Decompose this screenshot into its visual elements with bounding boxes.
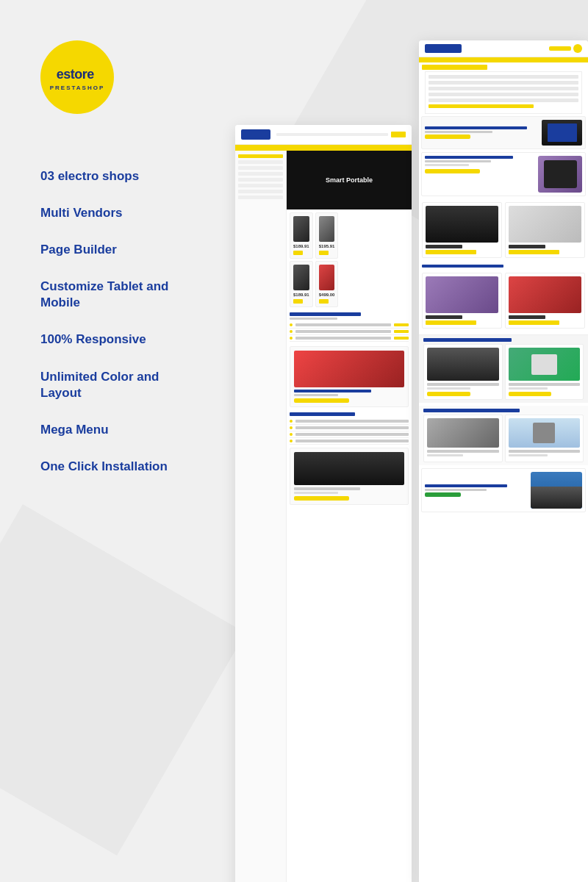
banner-text: Smart Portable xyxy=(326,176,373,185)
big-product-img-1 xyxy=(426,206,498,243)
nav-item-vendors[interactable]: Multi Vendors xyxy=(40,195,198,232)
product-price-3: $189.91 xyxy=(293,293,309,297)
cat-item-2 xyxy=(238,160,283,164)
product-btn-1 xyxy=(293,251,303,255)
big-product-2 xyxy=(505,202,585,258)
list-item-2 xyxy=(290,329,409,335)
sub-text-1 xyxy=(295,420,409,423)
sub-dot-3 xyxy=(290,433,293,436)
tablet-img xyxy=(538,156,582,193)
big-product-3 xyxy=(422,273,502,329)
top-computers-section xyxy=(419,334,588,403)
sub-text-2 xyxy=(295,426,409,429)
big-product-row-2 xyxy=(419,270,588,331)
cat-item-6 xyxy=(238,184,283,187)
sub-text-3 xyxy=(295,433,409,436)
product-img-1 xyxy=(293,216,309,242)
nav-item-builder[interactable]: Page Builder xyxy=(40,232,198,268)
product-3: $189.91 xyxy=(290,261,313,307)
product-price-2: $195.91 xyxy=(319,244,335,248)
sidebar: estore. PRESTASHOP 03 electro shops Mult… xyxy=(0,0,228,882)
price-4 xyxy=(509,315,545,319)
shop-header-right xyxy=(419,40,588,57)
tv-feature xyxy=(421,116,586,149)
big-product-row-1 xyxy=(419,199,588,261)
nav-item-responsive[interactable]: 100% Responsive xyxy=(40,321,198,358)
product-2: $195.91 xyxy=(315,212,339,259)
dropdown-cta xyxy=(429,104,534,108)
product-4: $499.00 xyxy=(315,261,339,307)
tv-info xyxy=(425,126,538,139)
shop-header-left xyxy=(235,125,412,145)
category-sidebar xyxy=(235,151,287,882)
nav-item-color[interactable]: Unlimited Color and Layout xyxy=(40,359,198,412)
logo-text: estore. xyxy=(57,64,98,83)
big-product-4 xyxy=(505,273,585,329)
nav-bar-right xyxy=(419,57,588,62)
dropdown-item-1 xyxy=(429,75,578,79)
sub-dot-2 xyxy=(290,426,293,429)
recommended-products xyxy=(423,415,584,462)
rec-product-2 xyxy=(505,415,584,462)
computer-2 xyxy=(505,344,584,400)
logo[interactable]: estore. PRESTASHOP xyxy=(40,40,114,114)
surface-img xyxy=(531,472,582,509)
products-label-1 xyxy=(419,262,588,270)
list-dot-1 xyxy=(290,323,293,326)
sub-text-4 xyxy=(295,440,409,442)
dropdown-item-3 xyxy=(429,87,578,90)
list-dot-2 xyxy=(290,330,293,333)
shop-body-left: Smart Portable $189.91 xyxy=(235,151,412,882)
cat-item-3 xyxy=(238,166,283,170)
dropdown-panel xyxy=(425,71,582,114)
preview-area: Smart Portable $189.91 xyxy=(220,0,588,882)
product-card-bottom xyxy=(290,448,409,505)
sub-item-4 xyxy=(290,438,409,445)
screenshots-wrapper: Smart Portable $189.91 xyxy=(220,0,588,882)
product-btn-2 xyxy=(319,251,329,255)
big-product-1 xyxy=(422,202,502,258)
dropdown-item-2 xyxy=(429,81,578,85)
product-row-2: $189.91 $499.00 xyxy=(290,261,409,307)
computer-products xyxy=(423,344,584,400)
price-3 xyxy=(426,315,462,319)
list-dot-3 xyxy=(290,337,293,340)
dropdown-item-5 xyxy=(429,98,578,102)
nav-item-mega[interactable]: Mega Menu xyxy=(40,412,198,448)
nav-item-install[interactable]: One Click Installation xyxy=(40,448,198,485)
sub-dot-1 xyxy=(290,420,293,423)
list-text-3 xyxy=(295,337,391,340)
product-1: $189.91 xyxy=(290,212,313,259)
rec-product-1 xyxy=(423,415,503,462)
dropdown-item-4 xyxy=(429,93,578,96)
section-2-title xyxy=(290,410,409,418)
sub-item-3 xyxy=(290,431,409,438)
shop-banner: Smart Portable xyxy=(287,151,412,209)
logo-dot: . xyxy=(94,64,98,82)
dropdown-menu xyxy=(422,65,585,114)
header-actions xyxy=(549,44,582,53)
sub-item-1 xyxy=(290,418,409,425)
shop-nav-bar-left xyxy=(235,145,412,151)
shop-logo-right xyxy=(425,44,462,53)
surface-row xyxy=(425,472,582,509)
add-btn-1 xyxy=(426,250,476,254)
sub-dot-4 xyxy=(290,440,293,442)
big-product-img-4 xyxy=(509,276,581,313)
sub-item-2 xyxy=(290,425,409,431)
cat-item-7 xyxy=(238,190,283,193)
more-products xyxy=(290,346,409,505)
nav-item-tablet[interactable]: Customize Tablet and Mobile xyxy=(40,268,198,321)
price-2 xyxy=(509,245,545,248)
big-product-img-3 xyxy=(426,276,498,313)
nav-item-electro[interactable]: 03 electro shops xyxy=(40,158,198,195)
add-btn-2 xyxy=(509,250,559,254)
products-main: Smart Portable $189.91 xyxy=(287,151,412,882)
big-product-img-2 xyxy=(509,206,581,243)
product-img-3 xyxy=(293,265,309,290)
product-list xyxy=(290,322,409,342)
sub-list xyxy=(290,418,409,445)
cat-item-5 xyxy=(238,178,283,182)
tablet-row xyxy=(425,156,582,193)
cat-item-8 xyxy=(238,196,283,199)
